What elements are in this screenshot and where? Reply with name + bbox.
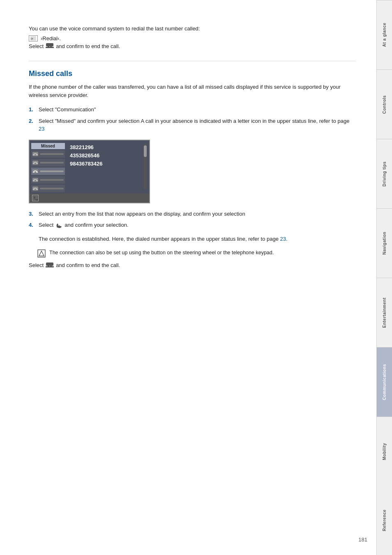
step-text-1: Select "Communication" <box>39 106 356 114</box>
call-icon-5 <box>33 187 38 190</box>
end-call-icon <box>45 43 54 49</box>
missed-calls-heading: Missed calls <box>29 69 356 78</box>
intro-text: You can use the voice command system to … <box>29 25 356 33</box>
row-icon-4 <box>32 178 38 182</box>
scrollbar-track <box>144 144 147 189</box>
missed-label: Missed <box>31 143 65 149</box>
scrollbar-thumb <box>144 145 147 157</box>
page-ref-23[interactable]: 23 <box>280 236 286 242</box>
steps-list-2: 3. Select an entry from the list that no… <box>29 210 356 229</box>
final-confirm-line: Select and confirm to end the call. <box>29 262 356 268</box>
screen-row-2 <box>31 159 65 166</box>
step-text-3: Select an entry from the list that now a… <box>39 210 356 218</box>
final-confirm-text: and confirm to end the call. <box>56 262 120 268</box>
row-line-4 <box>40 179 64 181</box>
sidebar-tab-entertainment[interactable]: Entertainment <box>377 278 392 347</box>
list-item-3: 3. Select an entry from the list that no… <box>29 210 356 218</box>
step-text-4: Select and confirm your selection. <box>39 221 356 229</box>
row-icon-2 <box>32 161 38 165</box>
call-icon-2 <box>33 161 38 164</box>
row-icon-3 <box>32 169 38 173</box>
svg-text:⟳: ⟳ <box>31 37 33 40</box>
svg-rect-5 <box>46 47 54 48</box>
screen-row-1 <box>31 150 65 158</box>
call-icon-4 <box>33 178 38 182</box>
svg-rect-2 <box>46 43 53 46</box>
page-number: 181 <box>358 537 367 543</box>
list-item: 2. Select "Missed" and confirm your sele… <box>29 117 356 133</box>
select-text: Select <box>29 43 44 49</box>
screen-bottom-icon: 📞 <box>32 195 39 201</box>
final-end-call-icon <box>45 263 54 268</box>
intro-confirm-text: and confirm to end the call. <box>56 43 120 49</box>
screen-bottom-bar: 📞 <box>30 193 149 203</box>
redial-icon: ⟳ <box>30 36 36 41</box>
divider <box>29 61 356 61</box>
step4-extra-text: The connection is established. Here, the… <box>29 235 356 244</box>
call-icon-3 <box>33 169 38 173</box>
note-box: The connection can also be set up using … <box>29 249 356 258</box>
final-select-text: Select <box>29 262 44 268</box>
screen-number-2: 4353826546 <box>70 152 146 159</box>
steps-list: 1. Select "Communication" 2. Select "Mis… <box>29 106 356 133</box>
page-ref-23-step2[interactable]: 23 <box>39 126 44 132</box>
list-item: 1. Select "Communication" <box>29 106 356 114</box>
row-line-1 <box>40 153 64 155</box>
note-triangle <box>37 249 46 258</box>
step-text-2: Select "Missed" and confirm your selecti… <box>39 117 356 133</box>
step-number-3: 3. <box>29 210 35 218</box>
screen-row-5 <box>31 185 65 192</box>
step-number-4: 4. <box>29 221 35 229</box>
screen-number-3: 98436783426 <box>70 160 146 168</box>
svg-marker-19 <box>39 251 44 256</box>
step-number-1: 1. <box>29 106 35 114</box>
step-number-2: 2. <box>29 117 35 133</box>
svg-rect-23 <box>46 266 54 267</box>
intro-confirm-line: Select and confirm to end the call. <box>29 43 356 49</box>
sidebar: At a glance Controls Driving tips Naviga… <box>376 0 392 555</box>
row-line-2 <box>40 162 64 164</box>
missed-calls-body: If the phone number of the caller was tr… <box>29 83 356 100</box>
sidebar-tab-driving-tips[interactable]: Driving tips <box>377 139 392 208</box>
redial-label: ›Redial‹. <box>41 35 61 41</box>
sidebar-tab-controls[interactable]: Controls <box>377 69 392 139</box>
svg-text:📞: 📞 <box>34 196 38 200</box>
main-content: You can use the voice command system to … <box>0 0 376 555</box>
row-icon-5 <box>32 187 38 191</box>
screen-row-4 <box>31 176 65 184</box>
sidebar-tab-reference[interactable]: Reference <box>377 486 392 555</box>
row-line-3 <box>40 170 64 172</box>
sidebar-tab-mobility[interactable]: Mobility <box>377 417 392 486</box>
row-icon-1 <box>32 152 38 156</box>
screen-number-1: 38221296 <box>70 144 146 151</box>
sidebar-tab-navigation[interactable]: Navigation <box>377 208 392 278</box>
call-icon-1 <box>33 152 38 156</box>
list-item-4: 4. Select and confirm your selection. <box>29 221 356 229</box>
screen-row-3 <box>31 168 65 175</box>
svg-rect-20 <box>46 263 53 266</box>
sidebar-tab-communications[interactable]: Communications <box>377 347 392 417</box>
call-dial-icon <box>56 223 62 228</box>
row-line-5 <box>40 188 64 189</box>
redial-line: ⟳ ›Redial‹. <box>29 35 356 41</box>
missed-calls-screen: Missed <box>29 140 150 203</box>
sidebar-tab-at-a-glance[interactable]: At a glance <box>377 0 392 69</box>
redial-icon-box: ⟳ <box>29 35 38 41</box>
note-triangle-icon <box>37 249 46 258</box>
step4-extra: The connection is established. Here, the… <box>39 236 279 242</box>
phone-dial-icon: 📞 <box>33 196 38 200</box>
note-text: The connection can also be set up using … <box>49 249 274 257</box>
